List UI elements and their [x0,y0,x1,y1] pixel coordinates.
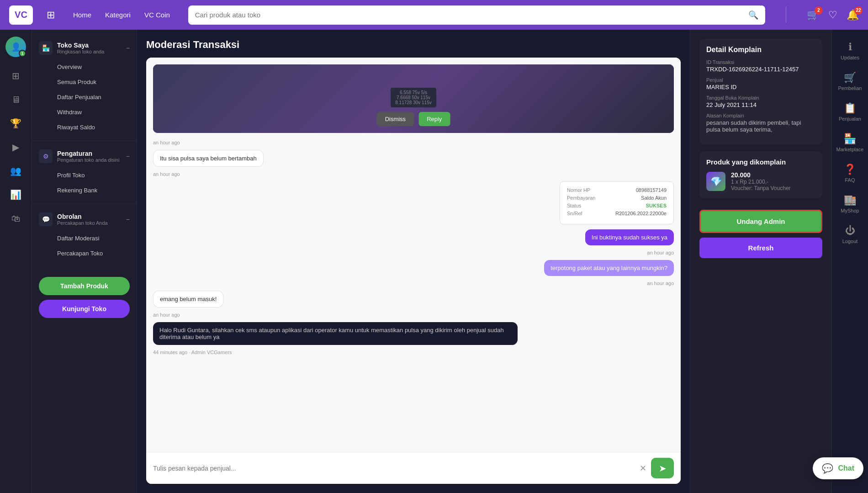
product-info: 20.000 1 x Rp 21.000,- Voucher: Tanpa Vo… [731,171,815,191]
receipt-value-snref: R201206.2022.22000e [615,211,667,216]
sidebar-obrolan-header[interactable]: 💬 Obrolan Percakapan toko Anda − [32,208,137,231]
send-button[interactable]: ➤ [651,458,674,478]
sidebar-toko-left: 🏪 Toko Saya Ringkasan toko anda [39,41,104,55]
msg-time-admin: 44 minutes ago · Admin VCGamers [153,350,674,355]
sidebar-item-profil-toko[interactable]: Profil Toko [32,168,137,183]
sidebar-pengaturan-items: Profil Toko Rekening Bank [32,168,137,200]
msg-time-4: an hour ago [153,281,674,286]
rnav-pembelian[interactable]: 🛒 Pembelian [832,67,868,95]
sidebar-toko-header[interactable]: 🏪 Toko Saya Ringkasan toko anda − [32,37,137,59]
receipt-value-pembayaran: Saldo Akun [641,195,667,201]
avatar-badge: 1 [19,50,26,57]
nav-action-icons: 🛒 2 ♡ 🔔 22 [807,9,859,21]
kunjungi-toko-button[interactable]: Kunjungi Toko [39,300,130,318]
receipt-value-status: SUKSES [646,203,667,208]
cart-button[interactable]: 🛒 2 [807,9,819,21]
sidebar-buttons: Tambah Produk Kunjungi Toko [32,272,137,323]
chat-image: 6.558 75v 5/s7.6668 50v 115v8.11728 30v … [153,64,674,133]
sidebar-obrolan-left: 💬 Obrolan Percakapan toko Anda [39,212,108,226]
tambah-produk-button[interactable]: Tambah Produk [39,277,130,295]
pengaturan-collapse-icon[interactable]: − [126,153,130,160]
sidebar-pengaturan-header[interactable]: ⚙ Pengaturan Pengaturan toko anda disini… [32,145,137,168]
rnav-penjualan-label: Penjualan [839,116,861,122]
search-input[interactable] [195,11,744,19]
chat-input[interactable] [153,465,635,472]
left-icon-users[interactable]: 👥 [6,161,26,180]
product-section-title: Produk yang dikomplain [706,158,815,166]
toko-collapse-icon[interactable]: − [126,44,130,52]
chat-float-label: Chat [838,464,854,472]
sidebar-section-pengaturan: ⚙ Pengaturan Pengaturan toko anda disini… [32,145,137,200]
left-icon-chart[interactable]: 📊 [6,185,26,204]
search-bar[interactable]: 🔍 [188,5,765,25]
sidebar-item-rekening-bank[interactable]: Rekening Bank [32,183,137,198]
rnav-updates[interactable]: ℹ Updates [832,37,868,65]
notif-button[interactable]: 🔔 22 [847,9,859,21]
msg-left-2: emang belum masuk! [153,291,223,307]
rnav-pembelian-label: Pembelian [838,85,862,91]
sidebar-item-withdraw[interactable]: Withdraw [32,105,137,120]
left-icon-monitor[interactable]: 🖥 [6,90,26,109]
detail-penjual-value: MARIES ID [706,84,815,90]
receipt-value-nomor: 08988157149 [636,187,667,193]
left-icon-trophy[interactable]: 🏆 [6,114,26,133]
left-icon-play[interactable]: ▶ [6,138,26,157]
detail-tanggal-value: 22 July 2021 11:14 [706,101,815,108]
wishlist-button[interactable]: ♡ [828,9,837,21]
product-sub2: Voucher: Tanpa Voucher [731,185,815,191]
chat-input-bar: ✕ ➤ [146,452,681,484]
cart-badge: 2 [815,6,823,15]
sidebar-item-riwayat-saldo[interactable]: Riwayat Saldo [32,120,137,135]
main-content: Moderasi Transaksi ••• 6.558 75v 5/s7.66… [137,30,690,493]
rnav-myshop[interactable]: 🏬 MyShop [832,190,868,218]
undang-admin-button[interactable]: Undang Admin [699,210,822,233]
nav-home[interactable]: Home [73,11,91,19]
nav-links: Home Kategori VC Coin [73,11,170,19]
sidebar-toko-items: Overview Semua Produk Daftar Penjualan W… [32,59,137,137]
detail-tanggal-label: Tanggal Buka Komplain [706,95,815,101]
user-avatar-wrap[interactable]: 👤 1 [5,37,26,57]
product-icon: 💎 [706,172,725,191]
sidebar-obrolan-title: Obrolan [57,213,108,220]
sidebar-item-overview[interactable]: Overview [32,59,137,74]
rnav-penjualan[interactable]: 📋 Penjualan [832,98,868,126]
product-item: 💎 20.000 1 x Rp 21.000,- Voucher: Tanpa … [706,171,815,191]
receipt-label-status: Status [567,203,581,208]
rnav-marketplace[interactable]: 🏪 Marketplace [832,128,868,157]
detail-id-row: ID Transaksi TRXDD-1626926224-11711-1245… [706,59,815,73]
msg-time-5: an hour ago [153,312,674,318]
msg-right-1: Ini buktinya sudah sukses ya [585,229,674,245]
reply-button[interactable]: Reply [418,112,450,126]
refresh-button[interactable]: Refresh [699,238,822,258]
right-panel: Detail Komplain ID Transaksi TRXDD-16269… [690,30,831,493]
nav-kategori[interactable]: Kategori [105,11,131,19]
rnav-faq[interactable]: ❓ FAQ [832,159,868,187]
sidebar-obrolan-subtitle: Percakapan toko Anda [57,220,108,226]
dismiss-button[interactable]: Dismiss [377,112,414,126]
sidebar-pengaturan-subtitle: Pengaturan toko anda disini [57,157,119,163]
product-sub1: 1 x Rp 21.000,- [731,179,815,185]
sidebar-item-daftar-moderasi[interactable]: Daftar Moderasi [32,231,137,246]
chat-container: ••• 6.558 75v 5/s7.6668 50v 115v8.11728 … [146,58,681,484]
sidebar-item-daftar-penjualan[interactable]: Daftar Penjualan [32,90,137,105]
nav-vccoin[interactable]: VC Coin [144,11,170,19]
grid-icon: ⊞ [47,9,55,21]
chat-float-button[interactable]: 💬 Chat [813,457,863,479]
marketplace-icon: 🏪 [844,133,856,145]
detail-id-label: ID Transaksi [706,59,815,65]
left-icon-table[interactable]: ⊞ [6,66,26,85]
notif-badge: 22 [854,6,863,15]
sidebar-obrolan-items: Daftar Moderasi Percakapan Toko [32,231,137,263]
product-name: 20.000 [731,171,815,179]
left-icon-shop[interactable]: 🛍 [6,209,26,228]
obrolan-collapse-icon[interactable]: − [126,216,130,223]
search-icon: 🔍 [748,10,758,20]
topnav: VC ⊞ Home Kategori VC Coin 🔍 🛒 2 ♡ 🔔 22 [0,0,868,30]
chat-input-clear-icon[interactable]: ✕ [640,463,646,473]
rnav-logout[interactable]: ⏻ Logout [832,220,868,249]
sidebar-item-semua-produk[interactable]: Semua Produk [32,74,137,90]
msg-time-1: an hour ago [153,140,674,145]
chat-messages[interactable]: 6.558 75v 5/s7.6668 50v 115v8.11728 30v … [146,58,681,452]
action-buttons: Undang Admin Refresh [699,210,822,258]
sidebar-item-percakapan-toko[interactable]: Percakapan Toko [32,246,137,261]
